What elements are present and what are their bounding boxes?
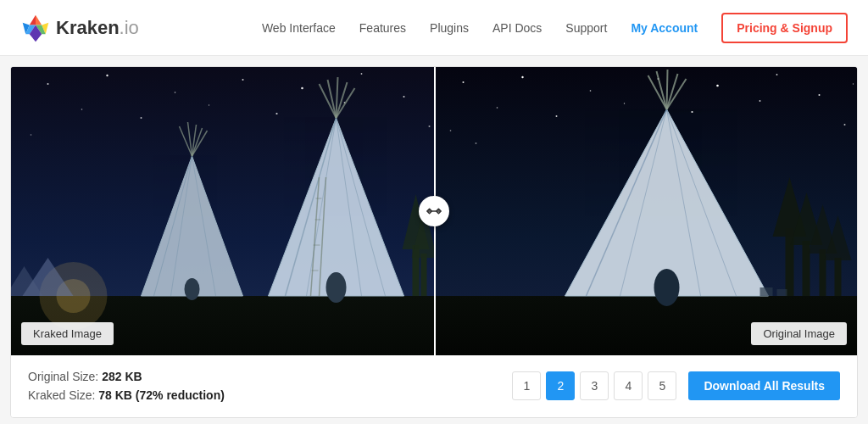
svg-point-13: [301, 87, 303, 90]
logo[interactable]: Kraken.io: [20, 13, 139, 43]
kraked-size-value: 78 KB (72% reduction): [98, 388, 225, 402]
page-5-button[interactable]: 5: [648, 371, 676, 400]
original-scene: [436, 67, 857, 355]
svg-marker-2: [36, 14, 42, 25]
nav-plugins[interactable]: Plugins: [430, 21, 469, 35]
kraked-scene: [11, 67, 434, 355]
main-content: Kraked Image: [10, 66, 858, 418]
svg-point-15: [403, 96, 405, 98]
image-compare-handle[interactable]: [419, 196, 449, 226]
page-3-button[interactable]: 3: [580, 371, 609, 400]
svg-point-63: [521, 76, 523, 78]
main-nav: Web Interface Features Plugins API Docs …: [262, 13, 848, 43]
logo-suffix: .io: [120, 17, 139, 38]
page-4-button[interactable]: 4: [614, 371, 643, 400]
original-image-panel: Original Image: [434, 67, 857, 355]
svg-point-12: [242, 79, 244, 81]
svg-point-66: [716, 85, 719, 87]
original-size-value: 282 KB: [102, 370, 142, 383]
svg-point-74: [450, 130, 452, 131]
logo-icon: [20, 13, 51, 43]
kraked-image-label: Kraked Image: [21, 322, 114, 345]
svg-point-62: [463, 81, 465, 83]
kraked-image-panel: Kraked Image: [11, 67, 434, 355]
size-info: Original Size: 282 KB Kraked Size: 78 KB…: [28, 367, 225, 405]
image-compare: Kraked Image: [11, 67, 857, 355]
svg-point-46: [185, 278, 200, 300]
svg-point-70: [556, 115, 558, 117]
svg-point-9: [47, 83, 49, 85]
svg-point-22: [429, 126, 431, 127]
original-size-label: Original Size:: [28, 370, 102, 383]
nav-api-docs[interactable]: API Docs: [492, 21, 542, 35]
svg-rect-97: [835, 258, 842, 296]
footer-bar: Original Size: 282 KB Kraked Size: 78 KB…: [11, 355, 857, 417]
svg-line-87: [667, 70, 668, 109]
logo-wordmark: Kraken.io: [56, 17, 139, 39]
svg-rect-95: [820, 249, 826, 296]
kraked-size-label: Kraked Size:: [28, 388, 98, 402]
svg-point-45: [326, 272, 347, 303]
svg-point-72: [691, 111, 693, 113]
svg-point-21: [31, 134, 32, 136]
svg-point-69: [497, 107, 498, 109]
svg-marker-1: [30, 14, 36, 25]
svg-point-16: [81, 109, 83, 110]
svg-point-10: [106, 75, 108, 76]
logo-name: Kraken: [56, 17, 120, 38]
pagination: 1 2 3 4 5 Download All Results: [512, 371, 840, 400]
nav-features[interactable]: Features: [359, 21, 406, 35]
nav-support[interactable]: Support: [565, 21, 607, 35]
nav-web-interface[interactable]: Web Interface: [262, 21, 336, 35]
original-image-label: Original Image: [751, 322, 847, 345]
svg-point-17: [141, 117, 142, 119]
nav-my-account[interactable]: My Account: [631, 21, 698, 35]
svg-point-67: [776, 74, 778, 75]
svg-point-64: [590, 90, 592, 92]
original-size-row: Original Size: 282 KB: [28, 367, 225, 386]
svg-point-14: [361, 73, 363, 75]
svg-point-11: [175, 92, 176, 93]
svg-point-90: [654, 269, 680, 306]
page-2-button[interactable]: 2: [546, 371, 575, 400]
svg-point-19: [275, 113, 277, 114]
svg-point-18: [209, 104, 209, 105]
svg-rect-100: [777, 289, 787, 296]
svg-point-77: [476, 142, 477, 144]
svg-point-76: [853, 83, 854, 84]
svg-rect-57: [421, 254, 427, 296]
header: Kraken.io Web Interface Features Plugins…: [0, 0, 868, 56]
svg-point-71: [624, 103, 625, 103]
download-all-button[interactable]: Download All Results: [688, 371, 840, 400]
page-1-button[interactable]: 1: [512, 371, 541, 400]
svg-point-68: [819, 94, 821, 96]
svg-point-75: [844, 124, 846, 126]
svg-rect-99: [760, 287, 773, 296]
kraked-size-row: Kraked Size: 78 KB (72% reduction): [28, 386, 225, 404]
handle-arrows-icon: [426, 204, 442, 219]
pricing-signup-button[interactable]: Pricing & Signup: [721, 13, 848, 43]
svg-point-73: [760, 100, 761, 102]
svg-rect-93: [803, 241, 810, 296]
